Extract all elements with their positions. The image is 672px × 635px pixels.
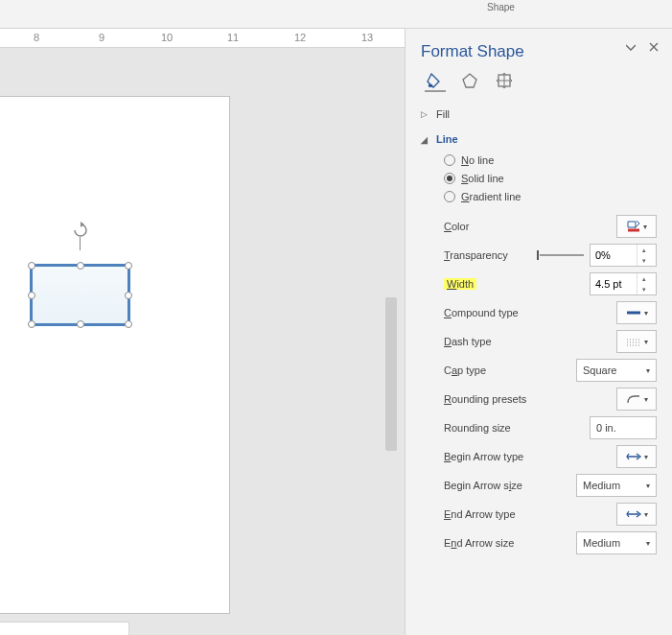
- begin-arrow-size-select[interactable]: Medium ▾: [576, 474, 657, 497]
- panel-tabs: [425, 71, 657, 92]
- radio-gradient-line-label: Gradient line: [461, 191, 521, 202]
- resize-handle[interactable]: [77, 320, 84, 328]
- width-label: Width: [444, 278, 476, 290]
- resize-handle[interactable]: [125, 292, 132, 299]
- document-area: 8 9 10 11 12 13: [0, 29, 405, 635]
- compound-type-label: Compound type: [444, 307, 519, 318]
- svg-marker-0: [463, 74, 476, 87]
- radio-no-line[interactable]: No line: [444, 154, 657, 166]
- radio-solid-line[interactable]: Solid line: [444, 173, 657, 184]
- resize-handle[interactable]: [125, 262, 132, 270]
- chevron-down-icon: ◢: [421, 135, 430, 145]
- spin-down-icon[interactable]: ▾: [637, 284, 650, 294]
- radio-icon: [444, 191, 455, 202]
- close-icon[interactable]: [649, 42, 659, 54]
- tab-effects-icon[interactable]: [459, 71, 480, 92]
- section-line[interactable]: ◢ Line: [421, 130, 657, 149]
- end-arrow-type-label: End Arrow type: [444, 508, 516, 520]
- dash-type-label: Dash type: [444, 336, 492, 347]
- section-fill-label: Fill: [436, 108, 450, 120]
- transparency-input[interactable]: ▴▾: [590, 244, 657, 267]
- spin-down-icon[interactable]: ▾: [637, 255, 650, 266]
- section-line-label: Line: [436, 133, 458, 146]
- section-fill[interactable]: ▷ Fill: [421, 106, 657, 123]
- end-arrow-size-label: End Arrow size: [444, 537, 514, 549]
- compound-type-button[interactable]: ▾: [616, 301, 657, 324]
- radio-icon: [444, 154, 455, 166]
- radio-gradient-line[interactable]: Gradient line: [444, 191, 657, 202]
- begin-arrow-type-label: Begin Arrow type: [444, 451, 523, 462]
- resize-handle[interactable]: [28, 292, 35, 299]
- spin-up-icon[interactable]: ▴: [637, 273, 650, 284]
- ruler-mark: 8: [34, 32, 39, 43]
- resize-handle[interactable]: [77, 262, 84, 270]
- ribbon-group-labels: Shape hape Styles Arrange Editing: [0, 0, 672, 29]
- tab-fill-line-icon[interactable]: [425, 71, 446, 92]
- horizontal-ruler: 8 9 10 11 12 13: [0, 29, 405, 48]
- begin-arrow-size-label: Begin Arrow size: [444, 480, 522, 491]
- radio-icon: [444, 173, 455, 184]
- transparency-label: Transparency: [444, 249, 508, 261]
- transparency-slider[interactable]: [540, 254, 584, 256]
- panel-title: Format Shape: [421, 42, 657, 61]
- radio-no-line-label: No line: [461, 154, 494, 166]
- width-value[interactable]: [591, 278, 637, 290]
- width-input[interactable]: ▴▾: [590, 272, 657, 295]
- transparency-value[interactable]: [591, 249, 637, 261]
- resize-handle[interactable]: [125, 320, 132, 328]
- rounding-size-value: 0 in.: [596, 422, 616, 434]
- rounding-presets-button[interactable]: ▾: [616, 388, 657, 411]
- ruler-mark: 10: [161, 32, 173, 43]
- end-arrow-size-select[interactable]: Medium ▾: [576, 531, 657, 554]
- cap-type-label: Cap type: [444, 365, 486, 376]
- selected-shape[interactable]: [30, 222, 130, 326]
- rectangle-shape[interactable]: [30, 264, 130, 326]
- status-bar-fragment: [0, 622, 129, 635]
- resize-handle[interactable]: [28, 262, 35, 270]
- radio-solid-line-label: Solid line: [461, 173, 504, 184]
- ruler-mark: 11: [227, 32, 239, 43]
- end-arrow-type-button[interactable]: ▾: [616, 503, 657, 526]
- panel-options-icon[interactable]: [626, 42, 636, 54]
- ruler-mark: 12: [294, 32, 306, 43]
- ruler-mark: 9: [99, 32, 104, 43]
- tab-size-icon[interactable]: [494, 71, 515, 92]
- color-picker-button[interactable]: ▾: [616, 215, 657, 238]
- spin-up-icon[interactable]: ▴: [637, 245, 650, 255]
- cap-type-select[interactable]: Square ▾: [576, 359, 657, 382]
- rotation-stem: [80, 237, 81, 250]
- begin-arrow-type-button[interactable]: ▾: [616, 445, 657, 468]
- format-shape-panel: Format Shape ▷ Fill: [405, 29, 672, 635]
- resize-handle[interactable]: [28, 320, 35, 328]
- page-canvas[interactable]: [0, 96, 230, 614]
- rounding-presets-label: Rounding presets: [444, 393, 526, 405]
- dash-type-button[interactable]: ▾: [616, 330, 657, 353]
- chevron-right-icon: ▷: [421, 109, 430, 119]
- vertical-scrollbar[interactable]: [385, 297, 397, 451]
- begin-arrow-size-value: Medium: [583, 480, 620, 491]
- cap-type-value: Square: [583, 365, 616, 376]
- ruler-mark: 13: [361, 32, 373, 43]
- rounding-size-input[interactable]: 0 in.: [590, 416, 657, 439]
- end-arrow-size-value: Medium: [583, 537, 620, 549]
- color-label: Color: [444, 221, 469, 232]
- shape-label: Shape: [487, 2, 515, 12]
- rounding-size-label: Rounding size: [444, 422, 511, 434]
